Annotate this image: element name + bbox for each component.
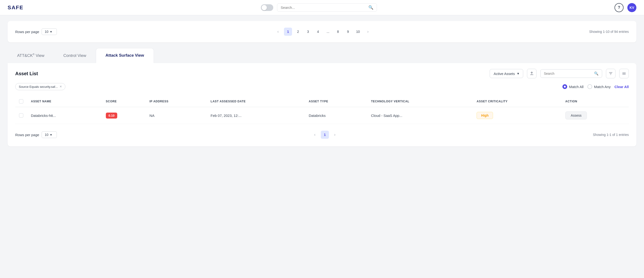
col-asset-type: ASSET TYPE (305, 96, 367, 107)
table-header: ASSET NAME SCORE IP ADDRESS LAST ASSESSE… (15, 96, 629, 107)
rows-per-page-select-top[interactable]: 10 ▾ (42, 28, 57, 35)
settings-icon (622, 71, 626, 76)
search-icon: 🔍 (594, 71, 598, 76)
filter-tag-close[interactable]: × (60, 85, 62, 89)
col-action: ACTION (562, 96, 629, 107)
select-all-header (15, 96, 27, 107)
active-assets-label: Active Assets (494, 72, 515, 76)
export-icon (530, 71, 534, 76)
header-center: 🔍 (24, 3, 614, 12)
next-page-button-top[interactable]: › (364, 28, 372, 36)
match-all-label: Match All (569, 85, 584, 89)
col-asset-criticality: ASSET CRITICALITY (473, 96, 562, 107)
asset-search-input[interactable] (544, 72, 594, 76)
match-all-option[interactable]: Match All (562, 84, 584, 89)
active-assets-dropdown[interactable]: Active Assets ▾ (490, 69, 523, 78)
row-checkbox[interactable] (19, 113, 23, 118)
row-action: Assess (562, 107, 629, 124)
chevron-down-icon: ▾ (50, 30, 52, 34)
row-last-assessed-date: Feb 07, 2023, 12:... (207, 107, 305, 124)
rows-per-page-value-top: 10 (45, 30, 48, 34)
page-dots: ... (324, 28, 332, 36)
col-last-assessed-date: LAST ASSESSED DATE (207, 96, 305, 107)
page-2-button[interactable]: 2 (294, 28, 302, 36)
chevron-down-icon: ▾ (517, 71, 519, 76)
col-asset-name: ASSET NAME (27, 96, 102, 107)
global-search-input[interactable] (280, 6, 366, 10)
table-row: Databricks-htt... 0.10 NA Feb 07, 2023, … (15, 107, 629, 124)
rows-per-page-label-top: Rows per page (15, 30, 39, 34)
filter-options: Match All Match Any Clear All (562, 84, 629, 89)
row-technology-vertical: Cloud - SaaS App... (367, 107, 473, 124)
page-8-button[interactable]: 8 (334, 28, 342, 36)
clear-all-button[interactable]: Clear All (614, 85, 629, 89)
rows-per-page-value-bottom: 10 (45, 133, 48, 137)
assess-button[interactable]: Assess (565, 111, 587, 120)
match-any-radio[interactable] (588, 84, 592, 89)
filter-row: Source Equals security.saf... × Match Al… (15, 83, 629, 90)
page-3-button[interactable]: 3 (304, 28, 312, 36)
table-body: Databricks-htt... 0.10 NA Feb 07, 2023, … (15, 107, 629, 124)
col-score: SCORE (102, 96, 146, 107)
tab-control-view[interactable]: Control View (54, 48, 96, 63)
prev-page-button-top[interactable]: ‹ (274, 28, 282, 36)
filter-button[interactable] (606, 69, 616, 78)
rows-per-page-bottom: Rows per page 10 ▾ (15, 131, 57, 138)
col-technology-vertical: TECHNOLOGY VERTICAL (367, 96, 473, 107)
avatar[interactable]: KV (627, 3, 636, 12)
search-icon: 🔍 (368, 5, 373, 10)
page-1-btn-bottom[interactable]: 1 (321, 131, 329, 139)
rows-per-page-select-bottom[interactable]: 10 ▾ (42, 131, 57, 138)
criticality-badge: High (476, 112, 493, 119)
settings-button[interactable] (619, 69, 629, 78)
filter-tag: Source Equals security.saf... × (15, 83, 66, 90)
entries-info-top: Showing 1-10 of 94 entries (589, 30, 629, 34)
export-button[interactable] (527, 69, 536, 78)
entries-info-bottom: Showing 1-1 of 1 entries (593, 133, 629, 137)
tab-attack-view[interactable]: ATT&CK® View (8, 48, 54, 63)
asset-list-header: Asset List Active Assets ▾ 🔍 (15, 69, 629, 78)
match-any-option[interactable]: Match Any (588, 84, 611, 89)
filter-tag-label: Source Equals security.saf... (19, 85, 58, 89)
pagination-nav-bottom: ‹ 1 › (62, 131, 587, 139)
row-score: 0.10 (102, 107, 146, 124)
pagination-nav-top: ‹ 1 2 3 4 ... 8 9 10 › (62, 28, 584, 36)
page-10-button[interactable]: 10 (354, 28, 362, 36)
top-pagination-card: Rows per page 10 ▾ ‹ 1 2 3 4 ... 8 9 10 … (8, 21, 636, 42)
page-9-button[interactable]: 9 (344, 28, 352, 36)
main-content: Rows per page 10 ▾ ‹ 1 2 3 4 ... 8 9 10 … (0, 15, 644, 152)
match-any-label: Match Any (594, 85, 611, 89)
page-1-button[interactable]: 1 (284, 28, 292, 36)
app-header: SAFE 🔍 ? KV (0, 0, 644, 15)
global-search-bar: 🔍 (277, 3, 377, 12)
asset-list-card: Asset List Active Assets ▾ 🔍 (8, 63, 636, 146)
match-all-radio[interactable] (562, 84, 567, 89)
row-checkbox-cell (15, 107, 27, 124)
chevron-down-icon: ▾ (50, 133, 52, 137)
filter-icon (608, 71, 613, 76)
rows-per-page-top: Rows per page 10 ▾ (15, 28, 57, 35)
toggle-switch[interactable] (261, 4, 273, 11)
row-asset-name: Databricks-htt... (27, 107, 102, 124)
col-ip-address: IP ADDRESS (146, 96, 207, 107)
row-asset-criticality: High (473, 107, 562, 124)
app-logo: SAFE (8, 5, 24, 11)
bottom-pagination: Rows per page 10 ▾ ‹ 1 › Showing 1-1 of … (15, 131, 629, 139)
view-tabs: ATT&CK® View Control View Attack Surface… (8, 48, 636, 63)
row-ip-address: NA (146, 107, 207, 124)
asset-table: ASSET NAME SCORE IP ADDRESS LAST ASSESSE… (15, 96, 629, 124)
asset-list-title: Asset List (15, 71, 486, 76)
score-badge: 0.10 (106, 113, 117, 119)
next-page-button-bottom[interactable]: › (331, 131, 339, 139)
header-actions: ? KV (614, 3, 636, 12)
tab-attack-surface-view[interactable]: Attack Surface View (96, 48, 154, 63)
select-all-checkbox[interactable] (19, 99, 23, 104)
rows-per-page-label-bottom: Rows per page (15, 133, 39, 137)
page-4-button[interactable]: 4 (314, 28, 322, 36)
help-button[interactable]: ? (614, 3, 624, 12)
asset-search-wrap: 🔍 (540, 69, 602, 78)
prev-page-button-bottom[interactable]: ‹ (311, 131, 319, 139)
row-asset-type: Databricks (305, 107, 367, 124)
